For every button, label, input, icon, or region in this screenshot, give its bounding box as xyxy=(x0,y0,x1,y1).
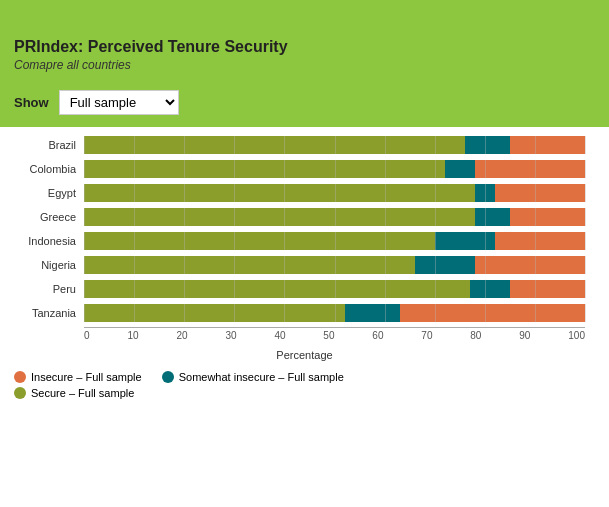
x-axis: 0102030405060708090100 xyxy=(84,327,585,347)
grid-line xyxy=(234,160,235,178)
grid-line xyxy=(485,280,486,298)
grid-line xyxy=(335,184,336,202)
grid-line xyxy=(84,280,85,298)
bar-row: Egypt xyxy=(84,183,585,203)
grid-line xyxy=(435,160,436,178)
grid-line xyxy=(335,160,336,178)
grid-line xyxy=(435,184,436,202)
grid-line xyxy=(284,232,285,250)
grid-line xyxy=(134,280,135,298)
controls-bar: Show Full sampleUrbanRural xyxy=(0,82,609,127)
grid-line xyxy=(435,304,436,322)
chart-container: BrazilColombiaEgyptGreeceIndonesiaNigeri… xyxy=(84,135,585,323)
grid-line xyxy=(535,256,536,274)
axis-tick: 50 xyxy=(323,330,334,341)
bar-track xyxy=(84,160,585,178)
axis-tick: 20 xyxy=(176,330,187,341)
bar-track xyxy=(84,136,585,154)
grid-line xyxy=(385,208,386,226)
legend-label: Somewhat insecure – Full sample xyxy=(179,371,344,383)
grid-line xyxy=(585,136,586,154)
axis-ticks: 0102030405060708090100 xyxy=(84,328,585,341)
grid-line xyxy=(184,208,185,226)
header: PRIndex: Perceived Tenure Security Comap… xyxy=(0,0,609,82)
grid-line xyxy=(335,136,336,154)
secure-segment xyxy=(84,184,475,202)
insecure-segment xyxy=(475,160,585,178)
grid-line xyxy=(84,184,85,202)
legend-label: Secure – Full sample xyxy=(31,387,134,399)
grid-line xyxy=(134,304,135,322)
bar-label: Egypt xyxy=(14,187,84,199)
grid-line xyxy=(284,184,285,202)
bar-label: Nigeria xyxy=(14,259,84,271)
grid-line xyxy=(84,160,85,178)
bar-row: Indonesia xyxy=(84,231,585,251)
grid-line xyxy=(385,160,386,178)
grid-line xyxy=(385,184,386,202)
grid-line xyxy=(234,304,235,322)
axis-tick: 10 xyxy=(127,330,138,341)
axis-tick: 0 xyxy=(84,330,90,341)
grid-line xyxy=(535,136,536,154)
grid-line xyxy=(284,136,285,154)
grid-line xyxy=(485,208,486,226)
grid-line xyxy=(535,232,536,250)
grid-line xyxy=(335,208,336,226)
legend-label: Insecure – Full sample xyxy=(31,371,142,383)
grid-line xyxy=(435,232,436,250)
grid-line xyxy=(585,160,586,178)
legend-item: Secure – Full sample xyxy=(14,387,134,399)
grid-line xyxy=(585,280,586,298)
grid-line xyxy=(84,232,85,250)
bar-label: Tanzania xyxy=(14,307,84,319)
bar-label: Colombia xyxy=(14,163,84,175)
show-label: Show xyxy=(14,95,49,110)
bar-row: Brazil xyxy=(84,135,585,155)
bar-track xyxy=(84,304,585,322)
legend-item: Somewhat insecure – Full sample xyxy=(162,371,344,383)
bar-label: Greece xyxy=(14,211,84,223)
legend-item: Insecure – Full sample xyxy=(14,371,142,383)
axis-tick: 30 xyxy=(225,330,236,341)
grid-line xyxy=(485,184,486,202)
secure-segment xyxy=(84,232,435,250)
somewhat-insecure-segment xyxy=(415,256,475,274)
grid-line xyxy=(234,232,235,250)
grid-line xyxy=(335,256,336,274)
bar-row: Greece xyxy=(84,207,585,227)
somewhat-insecure-segment xyxy=(445,160,475,178)
grid-line xyxy=(585,304,586,322)
grid-line xyxy=(385,304,386,322)
grid-line xyxy=(335,304,336,322)
legend-color xyxy=(14,371,26,383)
chart-subtitle: Comapre all countries xyxy=(14,58,595,72)
grid-line xyxy=(184,136,185,154)
bar-label: Indonesia xyxy=(14,235,84,247)
insecure-segment xyxy=(510,280,585,298)
grid-line xyxy=(585,256,586,274)
show-dropdown[interactable]: Full sampleUrbanRural xyxy=(59,90,179,115)
grid-line xyxy=(284,256,285,274)
grid-line xyxy=(335,280,336,298)
grid-line xyxy=(585,232,586,250)
insecure-segment xyxy=(475,256,585,274)
axis-tick: 40 xyxy=(274,330,285,341)
grid-line xyxy=(485,136,486,154)
grid-line xyxy=(535,280,536,298)
grid-line xyxy=(485,256,486,274)
grid-line xyxy=(234,256,235,274)
grid-line xyxy=(234,208,235,226)
bar-track xyxy=(84,280,585,298)
secure-segment xyxy=(84,280,470,298)
legend-color xyxy=(162,371,174,383)
legend: Insecure – Full sampleSomewhat insecure … xyxy=(0,361,609,399)
grid-line xyxy=(485,160,486,178)
grid-line xyxy=(284,208,285,226)
grid-line xyxy=(335,232,336,250)
bar-track xyxy=(84,184,585,202)
grid-line xyxy=(134,208,135,226)
insecure-segment xyxy=(400,304,585,322)
grid-line xyxy=(485,304,486,322)
grid-line xyxy=(385,232,386,250)
